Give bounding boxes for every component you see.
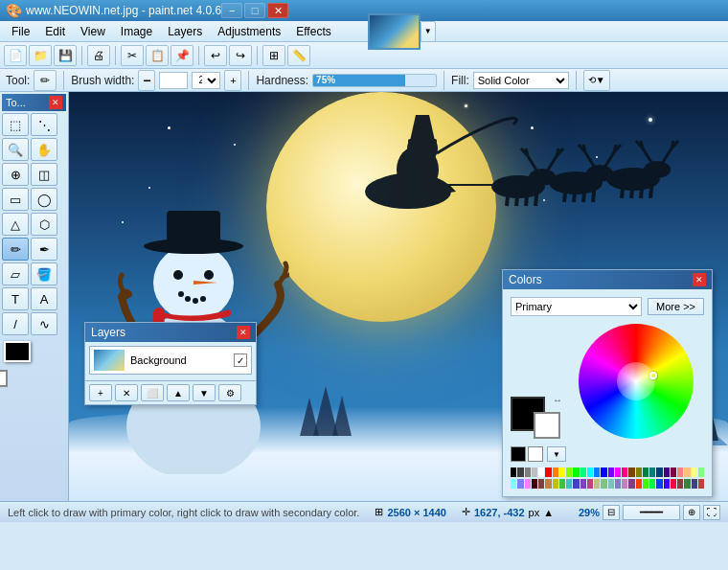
preview-dropdown[interactable]: ▼ [421, 21, 436, 42]
colors-panel-close-button[interactable]: ✕ [693, 273, 706, 286]
palette-color[interactable] [594, 479, 600, 489]
palette-color[interactable] [649, 467, 655, 477]
save-button[interactable]: 💾 [54, 45, 77, 66]
palette-color[interactable] [573, 479, 579, 489]
background-color-swatch[interactable] [0, 370, 8, 387]
close-button[interactable]: ✕ [267, 3, 288, 18]
black-swatch[interactable] [511, 446, 526, 462]
tool-text-v2[interactable]: A [31, 287, 57, 310]
palette-color[interactable] [656, 467, 662, 477]
tool-pencil[interactable]: ✏ [2, 238, 29, 261]
brush-width-input[interactable]: 2 [159, 72, 188, 89]
cut-button[interactable]: ✂ [121, 45, 144, 66]
palette-color[interactable] [643, 467, 648, 477]
layer-move-down-button[interactable]: ▼ [193, 384, 216, 401]
tool-eraser[interactable]: ▱ [2, 262, 29, 285]
tool-zoom[interactable]: 🔍 [2, 138, 29, 161]
white-swatch[interactable] [528, 446, 543, 462]
tool-pan[interactable]: ✋ [31, 138, 57, 161]
paste-button[interactable]: 📌 [171, 45, 193, 66]
palette-color[interactable] [587, 479, 593, 489]
layer-duplicate-button[interactable]: ⬜ [141, 384, 164, 401]
secondary-color-swatch[interactable] [534, 412, 560, 439]
tool-ellipse[interactable]: ◯ [31, 188, 57, 211]
minimize-button[interactable]: − [221, 3, 242, 18]
palette-color[interactable] [622, 479, 627, 489]
layer-item[interactable]: Background ✓ [89, 346, 252, 375]
palette-color[interactable] [684, 467, 690, 477]
palette-color[interactable] [538, 467, 544, 477]
menu-layers[interactable]: Layers [160, 23, 210, 40]
palette-color[interactable] [545, 467, 551, 477]
layer-move-up-button[interactable]: ▲ [167, 384, 190, 401]
layer-delete-button[interactable]: ✕ [115, 384, 138, 401]
palette-color[interactable] [525, 467, 531, 477]
palette-color[interactable] [594, 467, 600, 477]
palette-color[interactable] [553, 467, 558, 477]
palette-color[interactable] [615, 467, 621, 477]
menu-file[interactable]: File [4, 23, 37, 40]
palette-color[interactable] [615, 479, 621, 489]
tool-fill[interactable]: 🪣 [31, 262, 57, 285]
palette-color[interactable] [538, 479, 544, 489]
tool-brush[interactable]: ✒ [31, 238, 57, 261]
palette-color[interactable] [677, 467, 683, 477]
palette-color[interactable] [698, 467, 704, 477]
palette-color[interactable] [636, 479, 642, 489]
hardness-slider[interactable]: 75% [312, 74, 437, 87]
layer-properties-button[interactable]: ⚙ [218, 384, 241, 401]
copy-button[interactable]: 📋 [146, 45, 169, 66]
menu-adjustments[interactable]: Adjustments [210, 23, 288, 40]
foreground-color-swatch[interactable] [4, 341, 31, 362]
palette-color[interactable] [566, 479, 572, 489]
palette-color[interactable] [580, 467, 586, 477]
brush-width-increase[interactable]: + [224, 70, 241, 91]
tool-line[interactable]: / [2, 312, 29, 335]
tool-curve[interactable]: ∿ [31, 312, 57, 335]
tool-select-rect[interactable]: ⬚ [2, 113, 29, 136]
tool-triangle[interactable]: △ [2, 213, 29, 236]
swap-colors-icon[interactable]: ↔ [553, 395, 562, 405]
print-button[interactable]: 🖨 [87, 45, 110, 66]
layers-panel-close-button[interactable]: ✕ [237, 326, 250, 339]
menu-image[interactable]: Image [113, 23, 160, 40]
blend-mode-button[interactable]: ⟲▼ [583, 70, 610, 91]
palette-color[interactable] [671, 467, 676, 477]
palette-color[interactable] [601, 467, 606, 477]
palette-color[interactable] [608, 467, 614, 477]
palette-color[interactable] [525, 479, 531, 489]
palette-color[interactable] [545, 479, 551, 489]
zoom-slider[interactable]: ━━━━ [623, 505, 680, 520]
zoom-in-button[interactable]: ⊕ [683, 505, 700, 520]
palette-color[interactable] [649, 479, 655, 489]
palette-color[interactable] [656, 479, 662, 489]
palette-color[interactable] [532, 479, 537, 489]
rulers-button[interactable]: 📏 [287, 45, 310, 66]
palette-color[interactable] [698, 479, 704, 489]
menu-effects[interactable]: Effects [288, 23, 338, 40]
palette-color[interactable] [628, 467, 634, 477]
palette-color[interactable] [601, 479, 606, 489]
menu-view[interactable]: View [73, 23, 113, 40]
palette-color[interactable] [664, 467, 670, 477]
tool-freeform[interactable]: ⬡ [31, 213, 57, 236]
current-tool-icon[interactable]: ✏ [34, 70, 57, 91]
palette-color[interactable] [692, 479, 697, 489]
palette-color[interactable] [671, 479, 676, 489]
redo-button[interactable]: ↪ [229, 45, 252, 66]
palette-color[interactable] [677, 479, 683, 489]
palette-color[interactable] [573, 467, 579, 477]
palette-color[interactable] [566, 467, 572, 477]
layer-add-button[interactable]: + [89, 384, 112, 401]
palette-color[interactable] [636, 467, 642, 477]
palette-color[interactable] [684, 479, 690, 489]
palette-color[interactable] [511, 467, 516, 477]
zoom-fit-button[interactable]: ⛶ [703, 505, 720, 520]
brush-width-decrease[interactable]: − [138, 70, 155, 91]
tool-text[interactable]: T [2, 287, 29, 310]
palette-color[interactable] [559, 479, 565, 489]
palette-color[interactable] [511, 479, 516, 489]
new-button[interactable]: 📄 [4, 45, 27, 66]
tool-select-lasso[interactable]: ⋱ [31, 113, 57, 136]
palette-color[interactable] [664, 479, 670, 489]
